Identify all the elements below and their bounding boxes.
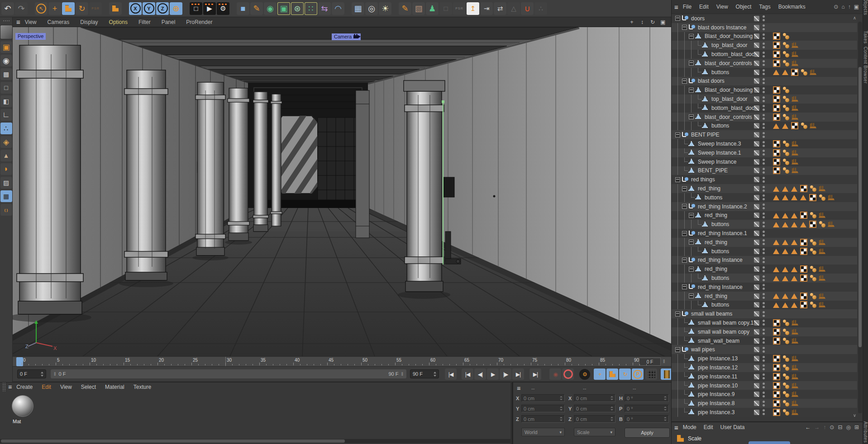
expand-toggle[interactable] (681, 204, 688, 209)
visibility-dots[interactable] (763, 114, 765, 120)
forward-icon[interactable]: → (814, 424, 820, 430)
polygon-object-icon[interactable] (701, 96, 710, 103)
polygon-object-icon[interactable] (688, 373, 696, 380)
phong-tag-icon[interactable] (801, 69, 807, 76)
tree-row[interactable]: pipe Instance.13 (672, 354, 857, 363)
selection-tag-icon[interactable] (782, 70, 788, 75)
texture-tag-icon[interactable] (774, 33, 779, 39)
tree-row[interactable]: red_thing (672, 184, 857, 193)
uvw-tag-icon[interactable] (792, 42, 798, 48)
phong-tag-icon[interactable] (783, 159, 789, 165)
tree-row[interactable]: top_blast_door (672, 41, 857, 50)
tree-row[interactable]: red_thing Instance (672, 283, 857, 292)
workplane-button[interactable]: ∟ (0, 109, 12, 121)
quantize-button[interactable]: ( ) (0, 204, 12, 216)
recent-tool-scale[interactable] (109, 2, 122, 15)
uvw-tag-icon[interactable] (828, 221, 835, 227)
phong-tag-icon[interactable] (783, 150, 789, 156)
visibility-dots[interactable] (763, 284, 765, 290)
selection-tag-icon[interactable] (773, 293, 779, 299)
phong-tag-icon[interactable] (783, 320, 789, 326)
object-label[interactable]: red_thing (705, 212, 727, 218)
points-mode-button[interactable]: ∴ (0, 123, 12, 134)
visibility-dots[interactable] (763, 222, 765, 227)
uvw-tag-icon[interactable] (792, 51, 798, 57)
expand-toggle[interactable] (674, 16, 681, 21)
phong-tag-icon[interactable] (810, 239, 816, 246)
expand-toggle[interactable] (674, 312, 681, 316)
phong-tag-icon[interactable] (810, 275, 816, 281)
polygon-object-icon[interactable] (688, 167, 696, 174)
animation-mode-button[interactable]: ◧ (0, 95, 12, 107)
tree-row[interactable]: buttons (672, 274, 857, 283)
attributes-menu-user-data[interactable]: User Data (720, 424, 744, 430)
goto-start-button[interactable]: |◀ (445, 368, 457, 380)
align-workplane-button[interactable]: ⇥ (480, 2, 493, 15)
bodypaint-tool[interactable]: ▧ (412, 2, 425, 15)
layer-toggle[interactable] (754, 25, 759, 30)
layer-toggle[interactable] (754, 16, 759, 21)
record-keyframe-button[interactable]: ◉ (549, 368, 561, 380)
phong-tag-icon[interactable] (783, 141, 789, 147)
viewport-3d-scene[interactable]: Z X (13, 27, 671, 356)
tab-attributes[interactable]: Attributes (863, 421, 868, 443)
tree-row[interactable]: red_thing Instance.1 (672, 229, 857, 238)
uvw-tag-icon[interactable] (792, 150, 798, 156)
selection-tag-icon[interactable] (773, 213, 779, 218)
layer-toggle[interactable] (754, 204, 759, 209)
layer-toggle[interactable] (754, 177, 759, 182)
tree-row[interactable]: pipe Instance.10 (672, 381, 857, 390)
scroll-up-icon[interactable]: ↑ (848, 4, 851, 10)
interactive-render-region-button[interactable]: △ (507, 2, 520, 15)
selection-tag-icon[interactable] (782, 276, 788, 281)
subdivision-surface-menu[interactable]: ◉ (264, 2, 277, 15)
visibility-dots[interactable] (763, 15, 765, 21)
generators-menu[interactable]: ▣ (277, 2, 290, 15)
polygon-object-icon[interactable] (688, 355, 696, 362)
prev-frame-button[interactable]: ◀| (474, 368, 486, 380)
visibility-dots[interactable] (763, 168, 765, 174)
selection-tag-icon[interactable] (791, 186, 797, 192)
texture-tag-icon[interactable] (774, 61, 779, 66)
tree-row[interactable]: pipe Instance.11 (672, 372, 857, 381)
layer-toggle[interactable] (754, 338, 759, 344)
primitive-cube-menu[interactable]: ■ (237, 2, 249, 15)
selection-tag-icon[interactable] (773, 267, 779, 272)
object-label[interactable]: top_blast_door (711, 42, 747, 48)
polygon-object-icon[interactable] (688, 400, 696, 407)
layer-toggle[interactable] (754, 33, 759, 39)
selection-tag-icon[interactable] (773, 186, 779, 192)
polygon-object-icon[interactable] (695, 194, 703, 201)
texture-tag-icon[interactable] (801, 266, 806, 272)
object-label[interactable]: blast doors (698, 78, 725, 84)
visibility-dots[interactable] (763, 159, 765, 165)
pos-x-input[interactable]: 0 cm (521, 394, 565, 402)
material-scrollbar[interactable] (0, 439, 510, 443)
polygons-mode-button[interactable]: ▲ (0, 150, 12, 161)
layer-toggle[interactable] (754, 231, 759, 236)
tree-row[interactable]: pipe Instance.12 (672, 363, 857, 372)
object-label[interactable]: BENT PIPE (691, 132, 719, 138)
material-menu-edit[interactable]: Edit (42, 384, 51, 390)
texture-tag-icon[interactable] (801, 293, 806, 299)
expand-toggle[interactable] (681, 231, 688, 236)
tree-row[interactable]: blast_door_controls (672, 59, 857, 68)
cluster-menu[interactable]: ⊛ (291, 2, 304, 15)
selection-tag-icon[interactable] (791, 249, 797, 254)
viewport-3d[interactable]: Z X Perspective Camera (13, 27, 671, 356)
rot-b-input[interactable]: 0 ° (625, 415, 669, 423)
texture-tag-icon[interactable] (774, 141, 779, 146)
lock-z-axis[interactable]: Z (156, 2, 169, 15)
coord-mode-select[interactable]: Scale▾ (574, 428, 615, 436)
uvw-tag-icon[interactable] (792, 364, 798, 371)
visibility-dots[interactable] (763, 364, 765, 370)
phong-tag-icon[interactable] (810, 266, 816, 272)
expand-toggle[interactable] (688, 114, 695, 119)
track-icon[interactable]: ◎ (846, 424, 850, 430)
selection-tag-icon[interactable] (782, 302, 788, 308)
add-icon[interactable]: ⊞ (854, 424, 859, 430)
texture-tag-icon[interactable] (774, 114, 779, 120)
object-label[interactable]: buttons (711, 248, 729, 255)
texture-tag-icon[interactable] (774, 338, 779, 344)
texture-tag-icon[interactable] (774, 392, 779, 397)
